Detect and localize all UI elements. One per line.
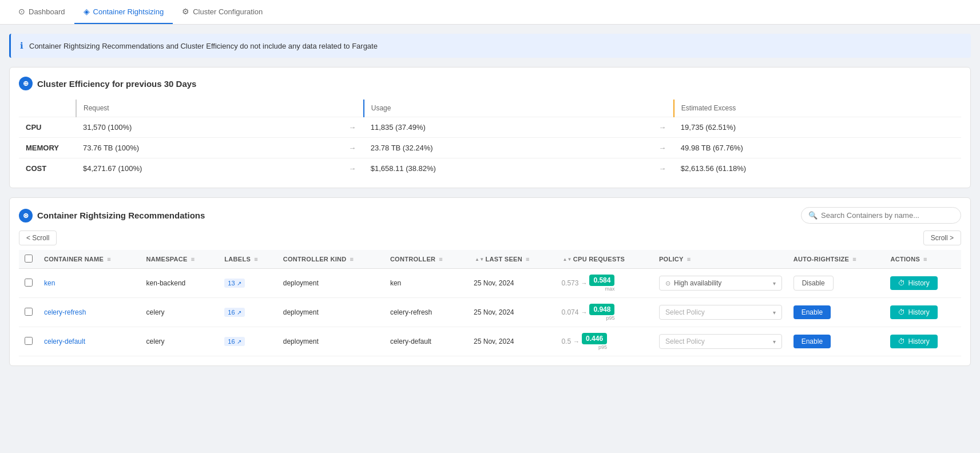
enable-button-1[interactable]: Enable [793, 305, 831, 319]
th-labels: Labels ≡ [219, 250, 277, 269]
controller-cell-0: ken [384, 269, 468, 298]
last-seen-sort-icon[interactable]: ▲▼ [475, 257, 484, 262]
tab-container-rightsizing[interactable]: ◈ Container Rightsizing [74, 0, 173, 24]
labels-badge-0[interactable]: 13 ↗ [224, 279, 244, 288]
namespace-filter-icon[interactable]: ≡ [191, 256, 195, 263]
last-seen-cell-0: 25 Nov, 2024 [468, 269, 556, 298]
auto-rightsize-cell-0: Disable [788, 269, 885, 298]
controller-kind-filter-icon[interactable]: ≡ [350, 256, 354, 263]
cpu-sort-icon[interactable]: ▲▼ [562, 257, 572, 262]
tab-bar: ⊙ Dashboard ◈ Container Rightsizing ⚙ Cl… [0, 0, 980, 25]
th-container-name: Container Name ≡ [38, 250, 141, 269]
scroll-left-button[interactable]: < Scroll [19, 231, 57, 245]
th-cpu-requests: ▲▼ CPU Requests [556, 250, 653, 269]
last-seen-cell-2: 25 Nov, 2024 [468, 327, 556, 356]
efficiency-row-cost: COST $4,271.67 (100%) → $1,658.11 (38.82… [19, 158, 961, 179]
labels-cell-0: 13 ↗ [219, 269, 277, 298]
labels-cell-2: 16 ↗ [219, 327, 277, 356]
recommendations-card: ⊛ Container Rightsizing Recommendations … [9, 197, 971, 366]
search-input[interactable] [821, 211, 954, 220]
namespace-cell-2: celery [141, 327, 219, 356]
search-icon: 🔍 [808, 211, 818, 220]
history-button-0[interactable]: ⏱ History [890, 276, 937, 290]
history-button-2[interactable]: ⏱ History [890, 335, 937, 348]
col-header-excess: Estimated Excess [674, 100, 961, 117]
history-button-1[interactable]: ⏱ History [890, 305, 937, 319]
th-policy: Policy ≡ [653, 250, 788, 269]
policy-chevron-icon: ▾ [773, 280, 776, 287]
controller-filter-icon[interactable]: ≡ [439, 256, 443, 263]
search-box[interactable]: 🔍 [801, 207, 961, 224]
policy-cell-2: Select Policy ▾ [653, 327, 788, 356]
policy-dropdown-2[interactable]: Select Policy ▾ [659, 334, 782, 349]
policy-dropdown-0[interactable]: ⊙ High availability ▾ [659, 276, 782, 291]
th-actions: Actions ≡ [884, 250, 961, 269]
actions-cell-1: ⏱ History [884, 298, 961, 327]
history-clock-icon: ⏱ [898, 337, 905, 345]
table-row: ken ken-backend 13 ↗ deployment ken 25 N… [19, 269, 961, 298]
container-name-filter-icon[interactable]: ≡ [107, 256, 111, 263]
enable-button-2[interactable]: Enable [793, 335, 831, 348]
actions-filter-icon[interactable]: ≡ [923, 256, 927, 263]
auto-rightsize-filter-icon[interactable]: ≡ [852, 256, 856, 263]
table-row: celery-refresh celery 16 ↗ deployment ce… [19, 298, 961, 327]
info-banner: ℹ Container Rightsizing Recommendations … [9, 34, 971, 58]
cpu-requests-cell-1: 0.074 → 0.948 p95 [556, 298, 653, 327]
actions-cell-2: ⏱ History [884, 327, 961, 356]
policy-chevron-icon: ▾ [773, 339, 776, 345]
th-auto-rightsize: Auto-Rightsize ≡ [788, 250, 885, 269]
container-link-2[interactable]: celery-default [44, 337, 85, 345]
policy-cell-1: Select Policy ▾ [653, 298, 788, 327]
policy-chevron-icon: ▾ [773, 309, 776, 316]
rec-icon: ⊛ [19, 209, 33, 222]
namespace-cell-1: celery [141, 298, 219, 327]
rightsizing-icon: ◈ [84, 7, 90, 16]
th-controller-kind: Controller Kind ≡ [277, 250, 384, 269]
auto-rightsize-cell-1: Enable [788, 298, 885, 327]
col-header-usage: Usage [364, 100, 651, 117]
labels-filter-icon[interactable]: ≡ [254, 256, 258, 263]
history-clock-icon: ⏱ [898, 279, 905, 287]
efficiency-row-memory: MEMORY 73.76 TB (100%) → 23.78 TB (32.24… [19, 138, 961, 158]
efficiency-card: ⊕ Cluster Efficiency for previous 30 Day… [9, 67, 971, 188]
controller-cell-2: celery-default [384, 327, 468, 356]
container-link-0[interactable]: ken [44, 279, 55, 287]
namespace-cell-0: ken-backend [141, 269, 219, 298]
policy-dropdown-1[interactable]: Select Policy ▾ [659, 305, 782, 320]
efficiency-row-cpu: CPU 31,570 (100%) → 11,835 (37.49%) → 19… [19, 117, 961, 138]
scroll-right-button[interactable]: Scroll > [923, 231, 961, 245]
row-checkbox-2[interactable] [25, 337, 33, 345]
last-seen-cell-1: 25 Nov, 2024 [468, 298, 556, 327]
select-all-checkbox[interactable] [25, 255, 33, 263]
th-controller: Controller ≡ [384, 250, 468, 269]
labels-badge-2[interactable]: 16 ↗ [224, 337, 244, 346]
container-link-1[interactable]: celery-refresh [44, 308, 86, 316]
policy-filter-icon[interactable]: ≡ [687, 256, 691, 263]
scroll-controls: < Scroll Scroll > [19, 231, 961, 245]
th-last-seen: ▲▼ Last Seen ≡ [468, 250, 556, 269]
rec-header: ⊛ Container Rightsizing Recommendations … [19, 207, 961, 224]
row-checkbox-1[interactable] [25, 308, 33, 316]
labels-cell-1: 16 ↗ [219, 298, 277, 327]
rec-title: ⊛ Container Rightsizing Recommendations [19, 209, 205, 222]
tab-cluster-configuration[interactable]: ⚙ Cluster Configuration [173, 0, 272, 24]
efficiency-icon: ⊕ [19, 77, 33, 90]
tab-dashboard[interactable]: ⊙ Dashboard [9, 0, 74, 24]
auto-rightsize-cell-2: Enable [788, 327, 885, 356]
disable-button-0[interactable]: Disable [793, 276, 834, 291]
th-namespace: Namespace ≡ [141, 250, 219, 269]
cpu-requests-cell-2: 0.5 → 0.446 p95 [556, 327, 653, 356]
row-checkbox-0[interactable] [25, 279, 33, 287]
actions-cell-0: ⏱ History [884, 269, 961, 298]
main-content: ℹ Container Rightsizing Recommendations … [0, 25, 980, 375]
history-clock-icon: ⏱ [898, 308, 905, 316]
table-header-row: Container Name ≡ Namespace ≡ Labels [19, 250, 961, 269]
dashboard-icon: ⊙ [18, 7, 25, 16]
efficiency-table: Request Usage Estimated Excess CPU 31,57… [19, 100, 961, 178]
controller-kind-cell-1: deployment [277, 298, 384, 327]
last-seen-filter-icon[interactable]: ≡ [526, 256, 530, 263]
controller-kind-cell-0: deployment [277, 269, 384, 298]
policy-cell-0: ⊙ High availability ▾ [653, 269, 788, 298]
policy-ha-icon: ⊙ [665, 280, 670, 287]
labels-badge-1[interactable]: 16 ↗ [224, 308, 244, 317]
